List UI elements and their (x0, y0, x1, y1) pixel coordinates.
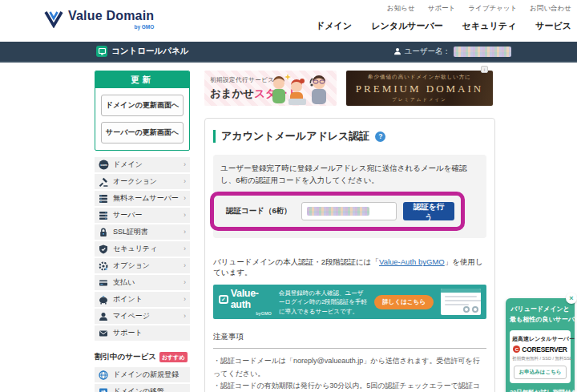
promo-features: 初期費用無料 / SSD / 無料SSL (512, 356, 568, 362)
logo-brand-text: Value Domain (68, 9, 154, 23)
update-box-title: 更新 (95, 71, 189, 88)
instruction-text: ユーザー登録完了時に登録メールアドレス宛に送信されるメールを確認し、6桁の認証用… (220, 163, 479, 186)
chevron-right-icon: › (184, 212, 186, 219)
coreserver-logo-icon: C (513, 346, 520, 353)
svg-text:com: com (100, 163, 107, 167)
nav-rental-server[interactable]: レンタルサーバー (371, 20, 443, 32)
valueauth-link[interactable]: Value-Auth byGMO (379, 257, 445, 266)
sidebar-item-domain-register[interactable]: ドメインの新規登録 (95, 367, 190, 382)
promo-footer: 30日無料お試し期間付き！ (510, 389, 571, 392)
nav-service[interactable]: サービス (535, 20, 571, 32)
discount-section-title: 割引中のサービス (95, 352, 156, 362)
link-contact[interactable]: お問い合わせ (530, 4, 571, 14)
site-header: Value Domain by GMO お知らせ サポート ライブチャット お問… (0, 0, 577, 42)
mypage-person-icon (99, 312, 109, 321)
value-domain-logo-icon (44, 9, 63, 28)
premium-title: PREMIUM DOMAIN (356, 83, 483, 95)
sidebar-item-payment[interactable]: 支払い› (95, 275, 190, 290)
sidebar-item-free-nameserver[interactable]: 無料ネームサーバー› (95, 191, 190, 206)
verification-form-box: ユーザー登録完了時に登録メールアドレス宛に送信されるメールを確認し、6桁の認証用… (213, 155, 486, 238)
sidebar-item-auction[interactable]: オークション› (95, 174, 190, 189)
security-shield-icon (99, 244, 109, 254)
valueauth-banner[interactable]: ✓ Value-auth byGMO 会員登録時の本人確認、ユーザーログイン時の… (213, 285, 486, 319)
chevron-right-icon: › (184, 262, 186, 269)
chevron-right-icon: › (184, 296, 186, 303)
note-item: ・認証コードメールは「noreply@valueauth.jp」から送信されます… (213, 355, 486, 380)
notes-title: 注意事項 (213, 332, 486, 342)
auction-gavel-icon (99, 177, 109, 187)
recommend-badge: おすすめ (159, 352, 188, 362)
code-label: 認証コード（6桁） (226, 206, 292, 216)
help-icon[interactable]: ? (375, 131, 385, 142)
sidebar-item-domain[interactable]: com ドメイン› (95, 157, 190, 172)
divider (213, 348, 486, 349)
heading-accent-bar (213, 130, 216, 143)
close-icon[interactable]: × (566, 293, 577, 304)
chevron-right-icon: › (184, 313, 186, 320)
chevron-right-icon: › (184, 178, 186, 185)
valueauth-detail-button[interactable]: 詳しくはこちら (374, 295, 434, 309)
panel-heading: アカウントメールアドレス認証 ? (213, 129, 486, 143)
promo-card-title: 超高速レンタルサーバー (512, 335, 568, 343)
page: Value Domain by GMO お知らせ サポート ライブチャット お問… (0, 0, 577, 392)
chevron-right-icon: › (184, 279, 186, 286)
server-update-button[interactable]: サーバーの更新画面へ (101, 122, 184, 143)
user-name-label: ユーザー名： (405, 46, 450, 57)
link-support[interactable]: サポート (428, 4, 456, 14)
link-news[interactable]: お知らせ (387, 4, 415, 14)
valueauth-screenshot (441, 289, 481, 315)
valueauth-logo: ✓ Value-auth byGMO (219, 288, 272, 316)
update-box: 更新 ドメインの更新画面へ サーバーの更新画面へ (95, 71, 190, 151)
valueauth-description: 会員登録時の本人確認、ユーザーログイン時の2段階認証を手軽に導入できるサービスで… (279, 289, 368, 317)
sidebar-item-server[interactable]: サーバー› (95, 208, 190, 223)
sidebar-item-ssl[interactable]: SSL証明書› (95, 224, 190, 240)
page-title: アカウントメールアドレス認証 (221, 129, 369, 143)
header-nav: お知らせ サポート ライブチャット お問い合わせ ドメイン レンタルサーバー セ… (316, 4, 571, 32)
chevron-right-icon: › (184, 161, 186, 168)
nav-domain[interactable]: ドメイン (316, 20, 352, 32)
domain-update-button[interactable]: ドメインの更新画面へ (101, 95, 184, 116)
people-illustration (269, 72, 335, 106)
value-domain-logo[interactable]: Value Domain by GMO (44, 9, 154, 30)
sidebar-item-option[interactable]: オプション› (95, 258, 190, 273)
premium-tagline: 希少価値の高いドメインが欲しい方に (368, 74, 471, 81)
ad-info-icon[interactable]: i (481, 66, 488, 73)
coreserver-card: 超高速レンタルサーバー C CORESERVER 初期費用無料 / SSD / … (510, 330, 571, 383)
domain-new-globe-icon (99, 370, 109, 380)
support-mail-icon (99, 329, 109, 338)
link-livechat[interactable]: ライブチャット (468, 4, 517, 14)
verification-panel: アカウントメールアドレス認証 ? ユーザー登録完了時に登録メールアドレス宛に送信… (204, 118, 495, 392)
payment-card-icon (99, 278, 109, 288)
promo-headline: バリュードメインと 最も相性の良いサーバー (510, 305, 571, 325)
chevron-right-icon: › (184, 228, 186, 236)
sidebar-item-mypage[interactable]: マイページ› (95, 309, 190, 324)
sidebar: 更新 ドメインの更新画面へ サーバーの更新画面へ com ドメイン› オークショ… (95, 71, 190, 392)
control-panel-icon (96, 46, 107, 57)
verification-code-input[interactable] (301, 202, 397, 220)
omakase-start-banner[interactable]: 初期設定代行サービス おまかせスタート (204, 71, 337, 106)
domain-com-icon: com (99, 160, 109, 170)
user-info: ユーザー名： (393, 46, 511, 57)
user-name-masked (454, 46, 511, 57)
note-item: ・認証コードの有効期限は発行から30分以内。5回の認証チェックエラーで認証コード… (213, 380, 486, 392)
nav-security[interactable]: セキュリティ (462, 20, 517, 32)
chevron-right-icon: › (184, 245, 186, 253)
sidebar-item-point[interactable]: ポイント› (95, 292, 190, 307)
sidebar-item-domain-transfer[interactable]: ドメインの移管 (95, 384, 190, 392)
logo-sub-text: by GMO (68, 24, 154, 30)
point-piggy-icon (99, 295, 109, 305)
apply-button[interactable]: お申込みはこちら (514, 366, 567, 379)
control-panel-home[interactable]: コントロールパネル (96, 46, 188, 57)
control-panel-title: コントロールパネル (111, 46, 188, 57)
nameserver-icon (99, 194, 109, 204)
premium-domain-banner[interactable]: 希少価値の高いドメインが欲しい方に PREMIUM DOMAIN プレミアムドメ… (346, 71, 493, 106)
main-content: i 初期設定代行サービス おまかせスタート (204, 71, 495, 392)
verify-button[interactable]: 認証を行う (403, 202, 454, 220)
options-gear-icon (99, 261, 109, 271)
sidebar-item-support[interactable]: サポート (95, 325, 190, 341)
coreserver-brand: CORESERVER (522, 346, 567, 354)
premium-subtitle: プレミアムドメイン (392, 97, 447, 103)
sidebar-item-security[interactable]: セキュリティ› (95, 241, 190, 257)
valueauth-note: バリュードメインの本人認証・2段階認証には「Value-Auth byGMO」を… (213, 257, 486, 278)
sidebar-menu: com ドメイン› オークション› 無料ネームサーバー› サ (95, 157, 190, 341)
